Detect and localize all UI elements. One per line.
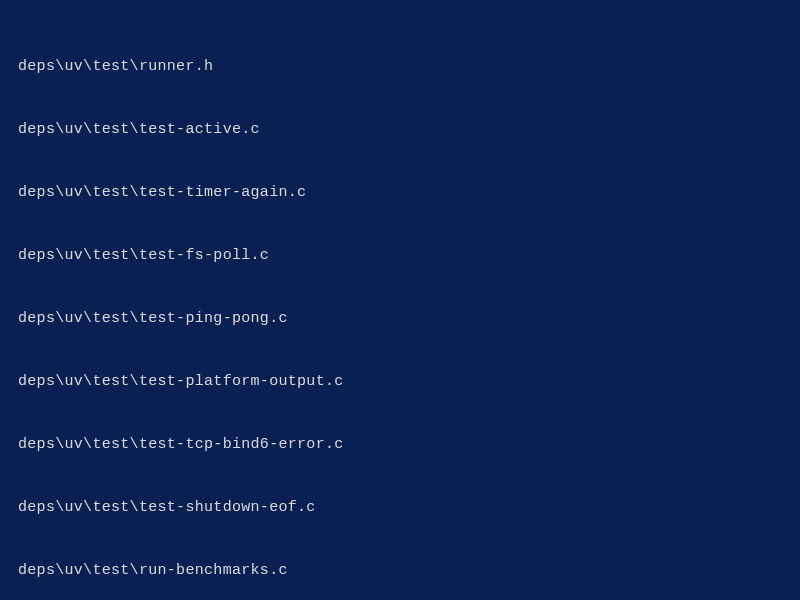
output-line: deps\uv\test\test-timer-again.c bbox=[18, 182, 782, 203]
output-line: deps\uv\test\test-tcp-bind6-error.c bbox=[18, 434, 782, 455]
terminal-pane[interactable]: deps\uv\test\runner.h deps\uv\test\test-… bbox=[0, 0, 800, 600]
output-line: deps\uv\test\test-fs-poll.c bbox=[18, 245, 782, 266]
output-line: deps\uv\test\test-active.c bbox=[18, 119, 782, 140]
output-line: deps\uv\test\test-ping-pong.c bbox=[18, 308, 782, 329]
output-line: deps\uv\test\test-shutdown-eof.c bbox=[18, 497, 782, 518]
output-line: deps\uv\test\test-platform-output.c bbox=[18, 371, 782, 392]
output-line: deps\uv\test\runner.h bbox=[18, 56, 782, 77]
output-line: deps\uv\test\run-benchmarks.c bbox=[18, 560, 782, 581]
